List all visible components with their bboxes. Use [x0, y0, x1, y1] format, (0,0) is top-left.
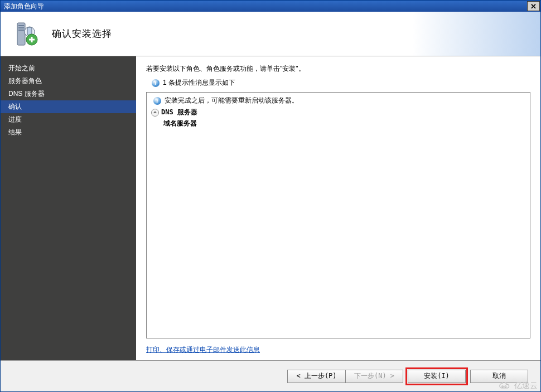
- info-message-row: 1 条提示性消息显示如下: [152, 78, 530, 88]
- nav-button-pair: < 上一步(P) 下一步(N) >: [287, 370, 403, 383]
- sidebar-item-confirmation[interactable]: 确认: [1, 100, 136, 113]
- previous-button[interactable]: < 上一步(P): [287, 370, 345, 383]
- cancel-button[interactable]: 取消: [470, 370, 528, 383]
- role-title: DNS 服务器: [161, 108, 197, 117]
- window-title: 添加角色向导: [4, 2, 527, 11]
- role-expander-row: DNS 服务器: [151, 108, 525, 117]
- footer-bar: < 上一步(P) 下一步(N) > 安装(I) 取消: [1, 360, 540, 391]
- info-count-text: 1 条提示性消息显示如下: [163, 78, 235, 88]
- sidebar: 开始之前 服务器角色 DNS 服务器 确认 进度 结果: [1, 56, 136, 360]
- wizard-window: 添加角色向导 ✕ 确认安装选择 开始之前 服务器角色 DNS 服务器 确认: [0, 0, 541, 392]
- main-panel: 若要安装以下角色、角色服务或功能，请单击"安装"。 1 条提示性消息显示如下 安…: [136, 56, 540, 360]
- header-band: 确认安装选择: [1, 12, 540, 56]
- body-region: 开始之前 服务器角色 DNS 服务器 确认 进度 结果 若要安装以下角色、角色服…: [1, 56, 540, 360]
- sidebar-item-dns-server[interactable]: DNS 服务器: [1, 88, 136, 100]
- role-sub-text: 域名服务器: [163, 119, 525, 128]
- svg-rect-2: [18, 27, 24, 28]
- info-icon: [153, 97, 161, 105]
- sidebar-item-progress[interactable]: 进度: [1, 113, 136, 126]
- intro-text: 若要安装以下角色、角色服务或功能，请单击"安装"。: [146, 64, 530, 74]
- collapse-icon[interactable]: [151, 109, 159, 117]
- page-title: 确认安装选择: [52, 27, 112, 40]
- sidebar-item-before-start[interactable]: 开始之前: [1, 62, 136, 75]
- warning-text: 安装完成之后，可能需要重新启动该服务器。: [165, 96, 298, 105]
- svg-rect-3: [18, 30, 24, 31]
- next-button: 下一步(N) >: [345, 370, 403, 383]
- server-wizard-icon: [12, 21, 38, 47]
- warning-row: 安装完成之后，可能需要重新启动该服务器。: [153, 96, 525, 105]
- svg-rect-1: [18, 25, 24, 26]
- install-button[interactable]: 安装(I): [408, 370, 466, 383]
- content-box: 安装完成之后，可能需要重新启动该服务器。 DNS 服务器 域名服务器: [146, 92, 530, 338]
- print-save-email-link[interactable]: 打印、保存或通过电子邮件发送此信息: [146, 345, 530, 355]
- sidebar-item-results[interactable]: 结果: [1, 126, 136, 139]
- titlebar: 添加角色向导 ✕: [1, 1, 540, 12]
- sidebar-item-server-roles[interactable]: 服务器角色: [1, 75, 136, 88]
- close-icon: ✕: [530, 2, 537, 11]
- close-button[interactable]: ✕: [527, 1, 540, 11]
- info-icon: [152, 79, 160, 87]
